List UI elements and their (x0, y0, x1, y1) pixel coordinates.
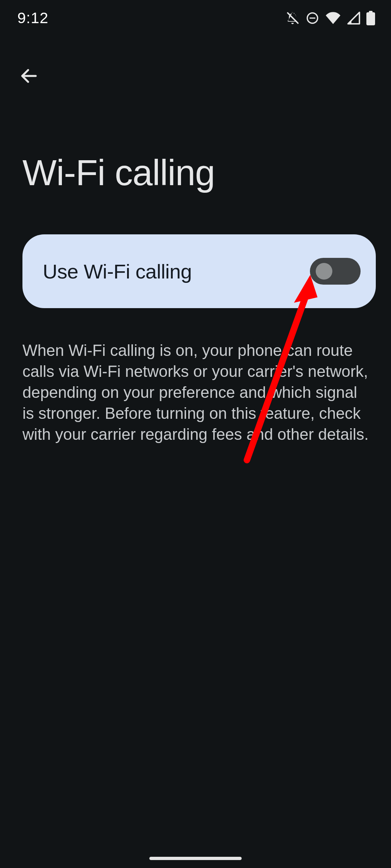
do-not-disturb-icon (306, 11, 319, 25)
switch-thumb (316, 263, 332, 280)
status-bar: 9:12 (0, 0, 391, 36)
status-time: 9:12 (17, 9, 49, 27)
arrow-back-icon (19, 66, 39, 86)
wifi-calling-description: When Wi-Fi calling is on, your phone can… (22, 340, 369, 445)
svg-rect-2 (310, 17, 315, 18)
status-icons (285, 11, 375, 25)
wifi-icon (325, 11, 341, 25)
battery-icon (366, 11, 375, 25)
svg-rect-4 (369, 11, 373, 13)
cellular-signal-icon (347, 11, 361, 25)
wifi-calling-switch[interactable] (310, 258, 361, 285)
gesture-nav-bar[interactable] (150, 857, 242, 860)
wifi-calling-toggle-label: Use Wi-Fi calling (43, 260, 192, 283)
notifications-off-icon (285, 11, 300, 25)
svg-rect-0 (287, 12, 299, 24)
wifi-calling-toggle-card[interactable]: Use Wi-Fi calling (22, 234, 376, 308)
page-title: Wi-Fi calling (22, 152, 215, 193)
back-button[interactable] (14, 61, 43, 90)
svg-rect-3 (366, 12, 375, 25)
